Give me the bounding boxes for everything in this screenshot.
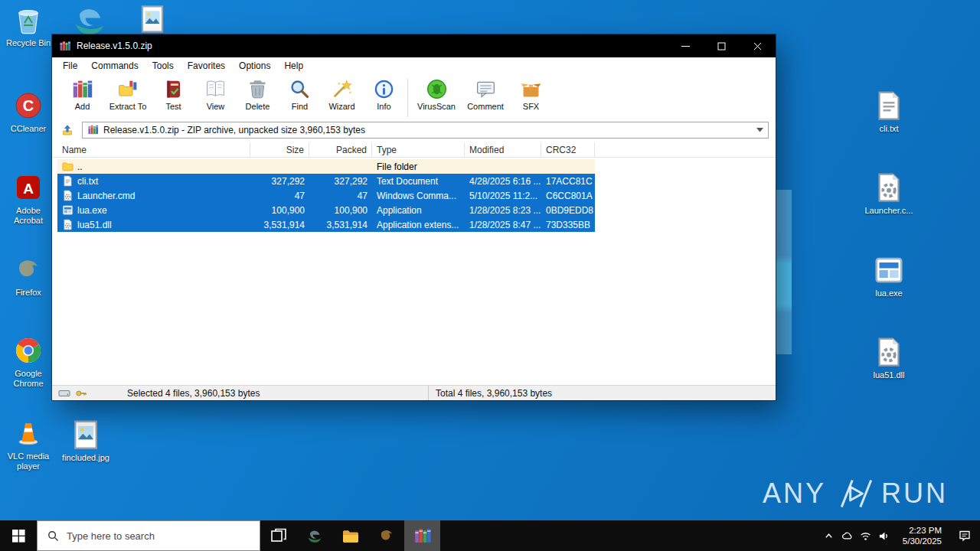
cell-packed: 100,900 xyxy=(309,203,372,217)
taskbar: Type here to search 2:23 PM 5/30/2025 xyxy=(0,520,980,551)
cell-type: Application xyxy=(372,203,465,217)
desktop-icon-vlc[interactable]: VLC media player xyxy=(3,418,54,471)
desktop-icon-fincluded-jpg[interactable]: fincluded.jpg xyxy=(60,419,111,463)
cell-type: Windows Comma... xyxy=(372,188,465,203)
desktop-icon-image-file[interactable] xyxy=(127,5,178,34)
column-header-crc32[interactable]: CRC32 xyxy=(541,142,595,157)
desktop-icon-label: Google Chrome xyxy=(3,369,54,389)
ccleaner-icon xyxy=(13,90,44,121)
cell-packed: 327,292 xyxy=(309,174,372,188)
column-header-name[interactable]: Name xyxy=(57,142,250,157)
menu-options[interactable]: Options xyxy=(232,57,277,74)
file-row-lua51-dll[interactable]: lua51.dll 3,531,914 3,531,914 Applicatio… xyxy=(57,217,595,232)
cell-size xyxy=(250,159,309,174)
desktop-icon-label: Firefox xyxy=(15,288,41,298)
desktop-icon-ccleaner[interactable]: CCleaner xyxy=(3,90,54,134)
toolbar-sfx-button[interactable]: SFX xyxy=(510,77,552,111)
column-header-modified[interactable]: Modified xyxy=(465,142,541,157)
desktop-icon-label: Launcher.c... xyxy=(865,206,913,216)
menu-file[interactable]: File xyxy=(56,57,84,74)
column-header-type[interactable]: Type xyxy=(372,142,465,157)
taskbar-edge-button[interactable] xyxy=(296,520,332,551)
taskbar-winrar-button[interactable] xyxy=(404,520,440,551)
watermark-text-run: RUN xyxy=(881,478,948,510)
taskbar-clock[interactable]: 2:23 PM 5/30/2025 xyxy=(893,525,949,546)
toolbar-virusscan-button[interactable]: VirusScan xyxy=(412,77,461,111)
cell-type: Text Document xyxy=(372,174,465,188)
cell-type: Application extens... xyxy=(372,217,465,232)
key-icon[interactable] xyxy=(75,387,87,399)
taskbar-firefox-button[interactable] xyxy=(368,520,404,551)
menu-bar: File Commands Tools Favorites Options He… xyxy=(52,57,776,74)
desktop-icon-google-chrome[interactable]: Google Chrome xyxy=(3,335,54,389)
up-directory-button[interactable] xyxy=(57,122,77,139)
toolbar-comment-button[interactable]: Comment xyxy=(461,77,510,111)
column-header-size[interactable]: Size xyxy=(250,142,309,157)
toolbar: Add Extract To Test View Delete Find Wiz… xyxy=(52,74,776,121)
cell-modified: 5/10/2025 11:2... xyxy=(465,188,541,203)
comment-icon xyxy=(475,78,497,100)
action-center-button[interactable] xyxy=(949,530,980,542)
disk-drive-icon[interactable] xyxy=(58,387,70,399)
file-row-cli-txt[interactable]: cli.txt 327,292 327,292 Text Document 4/… xyxy=(57,174,595,188)
search-placeholder: Type here to search xyxy=(67,530,155,542)
toolbar-find-button[interactable]: Find xyxy=(279,77,321,111)
cloud-icon xyxy=(841,530,853,542)
desktop-icon-label: lua51.dll xyxy=(874,370,905,380)
minimize-button[interactable] xyxy=(668,34,704,57)
file-row-launcher-cmd[interactable]: Launcher.cmd 47 47 Windows Comma... 5/10… xyxy=(57,188,595,203)
tray-volume-button[interactable] xyxy=(875,530,893,542)
cell-type: File folder xyxy=(372,159,465,174)
taskbar-search-input[interactable]: Type here to search xyxy=(37,520,260,551)
toolbar-add-button[interactable]: Add xyxy=(61,77,103,111)
cell-modified: 1/28/2025 8:23 ... xyxy=(465,203,541,217)
toolbar-test-button[interactable]: Test xyxy=(152,77,194,111)
desktop-icon-lua51-dll[interactable]: lua51.dll xyxy=(864,337,914,380)
menu-favorites[interactable]: Favorites xyxy=(181,57,232,74)
toolbar-info-button[interactable]: Info xyxy=(363,77,405,111)
watermark-text-any: ANY xyxy=(763,478,826,510)
maximize-button[interactable] xyxy=(704,34,740,57)
desktop-icon-label: Recycle Bin xyxy=(6,38,51,48)
taskbar-explorer-button[interactable] xyxy=(332,520,368,551)
column-header-packed[interactable]: Packed xyxy=(309,142,372,157)
menu-help[interactable]: Help xyxy=(277,57,310,74)
status-bar: Selected 4 files, 3,960,153 bytes Total … xyxy=(52,385,776,400)
cell-packed: 47 xyxy=(309,188,372,203)
cell-modified xyxy=(465,159,541,174)
firefox-icon xyxy=(377,527,396,545)
status-left-section: Selected 4 files, 3,960,153 bytes xyxy=(52,386,429,400)
desktop-icon-adobe-acrobat[interactable]: Adobe Acrobat xyxy=(3,172,54,226)
image-file-icon xyxy=(138,5,167,34)
cell-packed xyxy=(309,159,372,174)
desktop-icon-recycle-bin[interactable]: Recycle Bin xyxy=(3,5,54,48)
toolbar-extract-to-button[interactable]: Extract To xyxy=(103,77,152,111)
close-button[interactable] xyxy=(740,34,776,57)
toolbar-view-button[interactable]: View xyxy=(194,77,237,111)
cell-crc32: 73D335BB xyxy=(541,217,595,232)
cell-size: 3,531,914 xyxy=(250,217,309,232)
menu-commands[interactable]: Commands xyxy=(84,57,145,74)
chevron-down-icon[interactable] xyxy=(756,128,763,132)
desktop-icon-firefox[interactable]: Firefox xyxy=(3,254,54,298)
task-view-button[interactable] xyxy=(260,520,296,551)
file-row-updir[interactable]: .. File folder xyxy=(57,159,595,174)
add-archive-icon xyxy=(71,78,93,100)
toolbar-delete-button[interactable]: Delete xyxy=(237,77,279,111)
toolbar-wizard-button[interactable]: Wizard xyxy=(321,77,363,111)
archive-path-combobox[interactable]: Release.v1.5.0.zip - ZIP archive, unpack… xyxy=(82,122,769,139)
start-button[interactable] xyxy=(0,520,37,551)
tray-network-button[interactable] xyxy=(857,530,875,542)
tray-cloud-button[interactable] xyxy=(838,530,857,542)
desktop-icon-cli-txt[interactable]: cli.txt xyxy=(864,90,914,134)
desktop-icon-label: VLC media player xyxy=(3,452,54,471)
menu-tools[interactable]: Tools xyxy=(145,57,181,74)
desktop-icon-label: fincluded.jpg xyxy=(62,453,109,463)
trash-icon xyxy=(247,78,269,100)
windows-logo-icon xyxy=(12,530,25,543)
show-hidden-icons-button[interactable] xyxy=(820,530,838,542)
cell-name: cli.txt xyxy=(57,174,250,188)
desktop-icon-lua-exe[interactable]: lua.exe xyxy=(864,255,914,298)
desktop-icon-launcher-cmd[interactable]: Launcher.c... xyxy=(864,172,914,216)
file-row-lua-exe[interactable]: lua.exe 100,900 100,900 Application 1/28… xyxy=(57,203,595,217)
